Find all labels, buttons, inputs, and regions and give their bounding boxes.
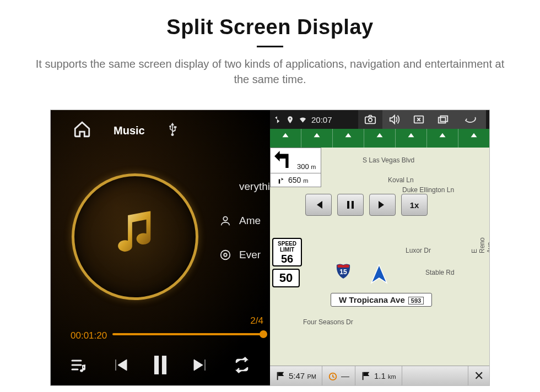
svg-rect-9	[439, 117, 446, 123]
track-counter: 2/4	[250, 315, 263, 326]
lane-straight-icon	[396, 129, 427, 148]
location-icon	[286, 116, 294, 124]
lane-straight-icon	[301, 129, 333, 148]
status-bar: 20:07	[270, 110, 489, 129]
mini-next-button[interactable]	[369, 194, 396, 216]
wifi-icon	[299, 116, 307, 124]
list-item[interactable]: Ever	[219, 249, 270, 261]
clock: 20:07	[311, 115, 332, 124]
mini-prev-button[interactable]	[305, 194, 332, 216]
navigation-pane: 20:07	[270, 110, 489, 385]
playback-speed-button[interactable]: 1x	[401, 194, 428, 216]
repeat-button[interactable]	[233, 356, 251, 376]
lane-straight-icon	[333, 129, 364, 148]
music-app-label: Music	[114, 124, 145, 137]
street-label: Four Seasons Dr	[303, 318, 353, 326]
lane-straight-icon	[427, 129, 458, 148]
playlist-button[interactable]	[70, 356, 88, 376]
back-button[interactable]	[455, 110, 486, 129]
music-pane: Music verythin	[51, 110, 270, 385]
progress-bar[interactable]	[112, 333, 263, 335]
turn-right-icon	[276, 176, 285, 184]
next-button[interactable]	[192, 356, 209, 376]
interstate-shield-icon: 15	[336, 263, 350, 279]
music-note-icon	[113, 211, 157, 260]
street-label: S Las Vegas Blvd	[363, 156, 414, 164]
svg-point-7	[369, 118, 372, 122]
bluetooth-icon	[273, 116, 282, 124]
lane-guidance	[270, 129, 489, 148]
lane-straight-icon	[270, 129, 301, 148]
lane-straight-icon	[364, 129, 396, 148]
svg-text:15: 15	[339, 268, 347, 276]
prev-button[interactable]	[111, 356, 129, 376]
album-art	[72, 173, 198, 300]
track-list: verythin Ame Ever	[219, 181, 270, 261]
street-label: E Reno Ave	[471, 235, 489, 253]
svg-rect-14	[277, 372, 278, 379]
recent-apps-button[interactable]	[431, 110, 455, 129]
volume-button[interactable]	[382, 110, 407, 129]
title-underline	[257, 46, 283, 47]
page-title: Split Screen Display	[0, 15, 540, 39]
vehicle-cursor-icon	[368, 263, 390, 285]
close-nav-button[interactable]: ✕	[468, 366, 489, 385]
mini-pause-button[interactable]	[337, 194, 364, 216]
elapsed-time: 00:01:20	[71, 330, 107, 341]
mini-player: 1x	[305, 194, 428, 216]
nav-bottom-bar: 5:47 PM — 1.1 km ✕	[270, 366, 489, 385]
pause-button[interactable]	[153, 355, 168, 378]
street-label: Duke Ellington Ln	[402, 186, 454, 194]
flag-icon	[361, 371, 371, 381]
close-app-button[interactable]	[407, 110, 431, 129]
eta-cell[interactable]: 5:47 PM	[270, 366, 322, 385]
svg-point-1	[221, 251, 230, 260]
svg-rect-11	[347, 201, 349, 209]
home-icon[interactable]	[73, 120, 91, 141]
street-label: Stable Rd	[425, 269, 455, 276]
current-street-sign: W Tropicana Ave593	[331, 293, 432, 307]
screenshot-button[interactable]	[358, 110, 382, 129]
street-label: Luxor Dr	[406, 247, 431, 254]
svg-rect-16	[363, 372, 364, 379]
usb-icon[interactable]	[167, 122, 178, 139]
svg-rect-4	[162, 356, 166, 374]
current-speed: 50	[272, 269, 300, 287]
street-label: Koval Ln	[388, 176, 414, 184]
distance-cell[interactable]: 1.1 km	[355, 366, 402, 385]
turn-left-icon	[274, 150, 293, 171]
svg-rect-10	[440, 116, 447, 122]
svg-point-5	[289, 118, 291, 119]
speed-limit-sign: SPEED LIMIT 56	[272, 238, 302, 266]
svg-point-2	[224, 253, 227, 257]
split-screen-device: Music verythin	[51, 110, 489, 385]
lane-straight-icon	[458, 129, 489, 148]
person-icon	[219, 215, 231, 227]
page-subtitle: It supports the same screen display of t…	[30, 56, 510, 87]
turn-directions: 300 m 650 m	[270, 148, 321, 187]
clock-icon	[328, 371, 338, 381]
svg-rect-3	[154, 356, 158, 374]
disc-icon	[219, 249, 231, 261]
list-item[interactable]: Ame	[219, 215, 270, 227]
svg-rect-12	[352, 201, 354, 209]
list-item[interactable]: verythin	[219, 181, 270, 193]
trip-time-cell[interactable]: —	[322, 366, 355, 385]
svg-point-0	[223, 217, 227, 221]
flag-icon	[276, 371, 285, 381]
